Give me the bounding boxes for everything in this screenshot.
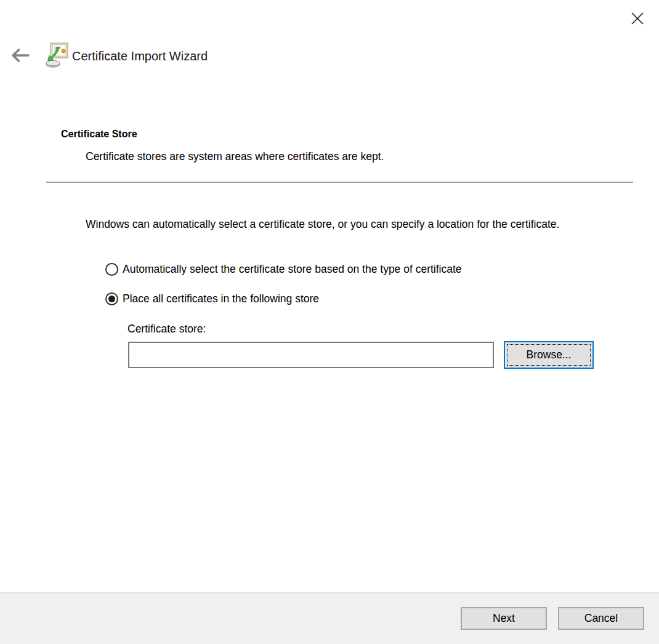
footer-bar: Next Cancel — [0, 592, 659, 644]
section-divider — [46, 182, 633, 183]
page-heading: Certificate Store — [61, 129, 137, 140]
description-text: Windows can automatically select a certi… — [86, 216, 602, 232]
cancel-button[interactable]: Cancel — [558, 607, 644, 630]
page-subheading: Certificate stores are system areas wher… — [86, 150, 384, 163]
close-icon — [630, 11, 645, 26]
next-button[interactable]: Next — [461, 607, 547, 630]
back-button[interactable] — [7, 46, 32, 65]
radio-place-all-store-label: Place all certificates in the following … — [123, 292, 319, 305]
certificate-store-label: Certificate store: — [127, 323, 206, 336]
window-title: Certificate Import Wizard — [72, 48, 208, 64]
radio-circle-icon — [105, 292, 118, 305]
radio-automatic-store[interactable]: Automatically select the certificate sto… — [105, 263, 462, 276]
browse-button[interactable]: Browse... — [504, 341, 594, 369]
certificate-import-icon — [45, 42, 68, 68]
back-arrow-icon — [9, 47, 30, 63]
certificate-import-wizard-window: Certificate Import Wizard Certificate St… — [0, 0, 659, 644]
close-button[interactable] — [626, 7, 649, 30]
certificate-store-input[interactable] — [128, 342, 494, 368]
radio-circle-icon — [105, 263, 118, 276]
radio-automatic-store-label: Automatically select the certificate sto… — [123, 263, 462, 276]
radio-place-all-store[interactable]: Place all certificates in the following … — [105, 292, 319, 305]
